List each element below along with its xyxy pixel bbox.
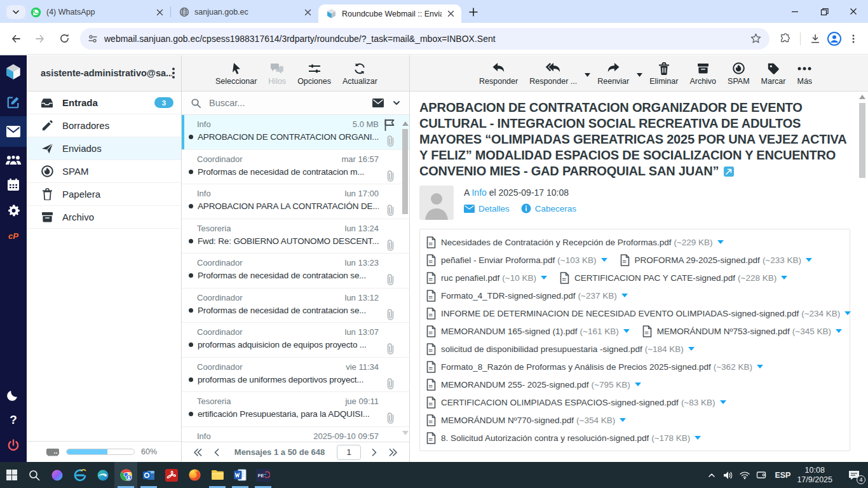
message-row-10[interactable]: Info2025-09-10 09:57	[182, 427, 409, 442]
extensions-icon[interactable]	[776, 29, 795, 48]
message-row-4[interactable]: Tesorerialun 13:24Fwd: Re: GOBIERNO AUTO…	[182, 219, 409, 254]
mail-toolbar-eliminar[interactable]: Eliminar	[644, 61, 684, 86]
folder-item-entrada[interactable]: Entrada3	[27, 92, 181, 114]
flag-icon[interactable]	[384, 119, 395, 131]
attachment-menu-caret-icon[interactable]	[781, 276, 787, 280]
bookmark-star-icon[interactable]	[750, 32, 762, 44]
taskbar-internet-explorer[interactable]	[69, 462, 92, 488]
attachment-name[interactable]: INFORME DE DETERMINACION DE NECESIDAD EV…	[441, 309, 799, 318]
attachment-item[interactable]: MEMORÁNDUM Nº770-signed.pdf(~354 KB)	[426, 414, 626, 426]
calendar-nav-icon[interactable]	[0, 172, 27, 198]
last-page-button[interactable]	[384, 445, 403, 460]
tab-close-icon[interactable]	[302, 7, 313, 18]
taskbar-chrome[interactable]	[114, 462, 137, 488]
attachment-name[interactable]: MEMORANDUM 165-signed (1).pdf	[441, 327, 578, 336]
attachment-menu-caret-icon[interactable]	[844, 311, 851, 315]
taskbar-acrobat[interactable]	[160, 462, 183, 488]
detalles-link[interactable]: Detalles	[464, 204, 510, 214]
settings-nav-icon[interactable]	[0, 198, 27, 223]
attachment-name[interactable]: Formato_4_TDR-signed-signed.pdf	[441, 291, 576, 301]
first-page-button[interactable]	[188, 445, 207, 460]
message-row-7[interactable]: Coordinadorlun 13:07proformas adquisicio…	[182, 323, 409, 358]
attachment-menu-caret-icon[interactable]	[541, 276, 547, 280]
url-text[interactable]: webmail.sanjuan.gob.ec/cpsess1988317614/…	[104, 34, 750, 44]
site-info-icon[interactable]	[88, 34, 98, 44]
attachment-item[interactable]: PROFORMA 29-2025-signed.pdf(~233 KB)	[620, 254, 813, 266]
attachment-menu-caret-icon[interactable]	[695, 436, 701, 440]
attachment-name[interactable]: 8. Solicitud Autorización contra y resol…	[441, 433, 649, 443]
taskbar-clock[interactable]: 10:08 17/9/2025	[797, 466, 832, 485]
attachment-item[interactable]: MEMORANDUM 255- 2025-signed.pdf(~795 KB)	[426, 379, 641, 391]
dropdown-caret-icon[interactable]	[583, 60, 592, 86]
content-scrollbar-thumb[interactable]	[859, 103, 865, 178]
message-row-3[interactable]: Infolun 17:00APROBACION PARA LA CONTRATA…	[182, 184, 409, 219]
display-icon[interactable]	[753, 462, 770, 488]
tray-chevron-up-icon[interactable]	[703, 462, 720, 488]
mail-toolbar-marcar[interactable]: Marcar	[756, 61, 792, 86]
message-row-5[interactable]: Coordinadorlun 13:23Proformas de necesid…	[182, 254, 409, 288]
tab-close-icon[interactable]	[154, 7, 165, 18]
attachment-item[interactable]: ruc penafiel.pdf(~10 KB)	[426, 272, 547, 284]
help-icon[interactable]: ?	[0, 407, 27, 433]
browser-menu-icon[interactable]	[844, 29, 863, 48]
logout-icon[interactable]	[0, 433, 27, 458]
message-row-9[interactable]: Tesoreriajue 09:11ertificación Presupues…	[182, 392, 409, 427]
attachment-menu-caret-icon[interactable]	[623, 329, 630, 333]
recipient-link[interactable]: Info	[471, 187, 486, 198]
taskbar-search[interactable]	[23, 462, 46, 488]
attachment-name[interactable]: peñafiel - Enviar Proforma.pdf	[441, 255, 555, 265]
search-scope-icon[interactable]	[372, 98, 384, 107]
list-scrollbar[interactable]	[402, 118, 408, 439]
next-page-button[interactable]	[365, 445, 384, 460]
attachment-item[interactable]: MEMORANDUM 165-signed (1).pdf(~161 KB)	[426, 325, 630, 337]
attachment-menu-caret-icon[interactable]	[806, 258, 812, 262]
folder-item-papelera[interactable]: Papelera	[27, 183, 181, 206]
attachment-menu-caret-icon[interactable]	[635, 383, 641, 386]
attachment-name[interactable]: ruc penafiel.pdf	[441, 273, 499, 283]
attachment-name[interactable]: CERTIFICACION OLIMPIADAS ESPACIOS-signed…	[441, 398, 679, 407]
message-row-1[interactable]: Info5.0 MBAPROBACION DE CONTRATACION ORG…	[182, 115, 409, 150]
scroll-up-arrow[interactable]	[402, 121, 409, 126]
search-bar[interactable]: Buscar...	[182, 92, 409, 115]
folder-item-spam[interactable]: SPAM	[27, 160, 181, 183]
attachment-menu-caret-icon[interactable]	[720, 400, 726, 404]
mail-toolbar-spam[interactable]: SPAM	[722, 61, 756, 86]
volume-icon[interactable]	[720, 462, 736, 488]
attachment-name[interactable]: solicitud de disponibilidad presupuestar…	[441, 344, 642, 354]
attachment-name[interactable]: PROFORMA 29-2025-signed.pdf	[635, 255, 760, 265]
reload-button[interactable]	[53, 28, 75, 50]
wifi-icon[interactable]	[736, 462, 753, 488]
forward-button[interactable]	[29, 28, 51, 50]
restore-button[interactable]	[810, 0, 839, 23]
attachment-name[interactable]: CERTIFICACION PAC Y CATE-signed.pdf	[574, 273, 735, 283]
taskbar-edge[interactable]	[92, 462, 114, 488]
list-scrollbar-thumb[interactable]	[402, 129, 408, 214]
attachment-name[interactable]: Formato_8_Razón de Proformas y Análisis …	[441, 362, 711, 372]
attachment-menu-caret-icon[interactable]	[757, 365, 763, 369]
mail-toolbar-más[interactable]: Más	[791, 61, 818, 86]
content-scrollbar[interactable]	[859, 93, 865, 459]
contacts-nav-icon[interactable]	[0, 147, 27, 172]
new-tab-button[interactable]	[465, 4, 482, 20]
folder-item-borradores[interactable]: Borradores	[27, 114, 181, 137]
profile-avatar[interactable]	[825, 29, 844, 48]
keyboard-language[interactable]: ESP	[775, 471, 790, 480]
cabeceras-link[interactable]: Cabeceras	[521, 203, 576, 214]
attachment-item[interactable]: 8. Solicitud Autorización contra y resol…	[426, 432, 701, 444]
attachment-item[interactable]: peñafiel - Enviar Proforma.pdf(~103 KB)	[426, 254, 607, 266]
attachment-menu-caret-icon[interactable]	[836, 329, 842, 333]
account-menu-icon[interactable]	[172, 67, 175, 79]
attachment-item[interactable]: Formato_8_Razón de Proformas y Análisis …	[426, 361, 763, 373]
minimize-button[interactable]	[780, 0, 810, 23]
attachment-menu-caret-icon[interactable]	[601, 258, 607, 262]
attachment-menu-caret-icon[interactable]	[620, 418, 626, 422]
message-row-8[interactable]: Coordinadorvie 11:34proformas de uniform…	[182, 358, 409, 393]
address-bar[interactable]: webmail.sanjuan.gob.ec/cpsess1988317614/…	[80, 28, 770, 50]
page-number-input[interactable]: 1	[337, 445, 361, 460]
browser-tab-3[interactable]: Roundcube Webmail :: Enviado	[318, 4, 461, 23]
scroll-down-arrow[interactable]	[402, 431, 409, 435]
list-toolbar-opciones[interactable]: Opciones	[292, 61, 337, 86]
attachment-name[interactable]: MEMORÁNDUM Nº753-signed.pdf	[657, 327, 790, 336]
attachment-item[interactable]: INFORME DE DETERMINACION DE NECESIDAD EV…	[426, 308, 842, 320]
back-button[interactable]	[5, 28, 27, 50]
